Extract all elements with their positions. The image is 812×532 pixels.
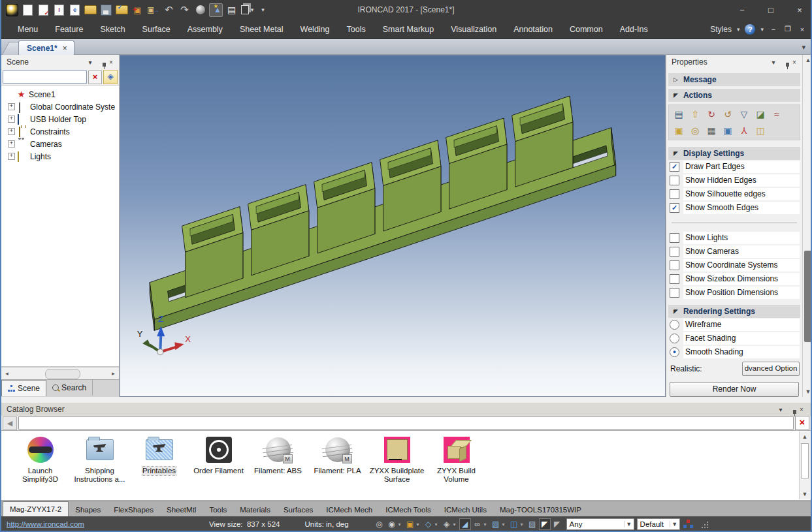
styles-menu[interactable]: Styles xyxy=(710,25,732,34)
tree-item-cameras[interactable]: Cameras xyxy=(1,138,119,150)
tree-item-usb-holder-top[interactable]: USB Holder Top xyxy=(1,113,119,125)
glasses-view-icon[interactable]: ∞ xyxy=(472,518,483,530)
menu-item-common[interactable]: Common xyxy=(561,20,611,39)
scene-hierarchy-icon[interactable] xyxy=(683,520,693,529)
display-settings-header[interactable]: ◤ Display Settings xyxy=(668,147,800,160)
menu-item-welding[interactable]: Welding xyxy=(292,20,338,39)
tree-horizontal-scrollbar[interactable]: ◂ ▸ xyxy=(1,367,119,379)
catalog-tab-icmech-mech[interactable]: ICMech Mech xyxy=(319,503,379,516)
document-tab-scene1[interactable]: Scene1* × xyxy=(18,40,74,55)
scroll-left-icon[interactable]: ◂ xyxy=(1,370,12,377)
catalog-item-shipping-instructions[interactable]: Shipping Instructions a... xyxy=(70,435,129,500)
checkbox[interactable]: ✓ xyxy=(670,203,679,213)
export-scene-icon[interactable]: ✓ xyxy=(37,3,50,17)
checkbox[interactable] xyxy=(670,288,679,298)
triad-axes-icon[interactable]: Y xyxy=(737,123,751,138)
message-section-header[interactable]: ▷ Message xyxy=(668,73,800,86)
render-sphere-icon[interactable] xyxy=(193,3,207,17)
add-part-icon[interactable]: ▣+ xyxy=(131,3,144,17)
measure-table-icon[interactable]: ▦ xyxy=(704,123,719,138)
checkbox[interactable] xyxy=(670,274,679,284)
advanced-options-button[interactable]: dvanced Option xyxy=(742,362,800,376)
rendering-settings-header[interactable]: ◤ Rendering Settings xyxy=(668,305,800,318)
undo-icon[interactable]: ↶ xyxy=(162,3,176,17)
options-list-icon[interactable]: ▤ xyxy=(672,107,686,121)
close-icon[interactable]: × xyxy=(794,5,805,15)
panel-menu-caret-icon[interactable]: ▾ xyxy=(775,406,786,413)
checkbox[interactable] xyxy=(670,260,679,270)
menu-item-annotation[interactable]: Annotation xyxy=(505,20,561,39)
shape-add-icon[interactable]: ▣ xyxy=(404,518,416,530)
zoom-extents-icon[interactable]: ◉ xyxy=(386,518,398,530)
ironcad-link[interactable]: http://www.ironcad.com xyxy=(7,520,209,528)
menu-item-sketch[interactable]: Sketch xyxy=(91,20,133,39)
catalog-item-filament-abs[interactable]: M Filament: ABS xyxy=(248,435,308,500)
copy-assembly-icon[interactable]: ▣ xyxy=(721,123,735,138)
menu-item-surface[interactable]: Surface xyxy=(134,20,179,39)
caret-icon[interactable]: ▾ xyxy=(521,522,526,527)
panel-menu-caret-icon[interactable]: ▾ xyxy=(768,59,779,66)
catalog-item-zyxx-buildplate-surface[interactable]: ZYXX Buildplate Surface xyxy=(367,435,427,500)
actions-section-header[interactable]: ◤ Actions xyxy=(668,89,800,102)
cube-view-icon[interactable]: ▧ xyxy=(490,518,502,530)
usb-holder-model[interactable]: Z Y X xyxy=(120,55,665,396)
doc-minimize-icon[interactable]: − xyxy=(769,25,778,33)
catalog-item-printables[interactable]: Printables xyxy=(129,435,189,500)
open-folder-icon[interactable] xyxy=(84,3,97,17)
help-caret-icon[interactable]: ▾ xyxy=(760,26,764,33)
help-icon[interactable]: ? xyxy=(745,24,755,35)
zoom-window-icon[interactable]: ◎ xyxy=(374,518,385,530)
link-rings-icon[interactable]: ◎ xyxy=(688,123,702,138)
catalog-item-launch-simplify3d[interactable]: Launch Simplify3D xyxy=(10,435,70,500)
expander-icon[interactable] xyxy=(8,103,15,110)
catalog-item-zyyx-build-volume[interactable]: ZYYX Build Volume xyxy=(427,435,486,500)
scroll-up-icon[interactable]: ▲ xyxy=(800,431,810,442)
panel-menu-caret-icon[interactable]: ▾ xyxy=(85,59,95,66)
scroll-up-icon[interactable]: ▲ xyxy=(803,55,812,65)
tab-search[interactable]: Search xyxy=(46,380,93,396)
menu-item-add-ins[interactable]: Add-Ins xyxy=(611,20,657,39)
tree-item-scene1[interactable]: ★ Scene1 xyxy=(1,88,119,101)
select-filter-icon[interactable]: ◈ xyxy=(441,518,453,530)
radio-button[interactable] xyxy=(670,334,679,343)
caret-icon[interactable]: ▾ xyxy=(417,522,422,527)
menu-item-menu[interactable]: Menu xyxy=(9,20,46,39)
insert-render-image-icon[interactable]: ✓ xyxy=(115,3,129,17)
caret-icon[interactable]: ▾ xyxy=(435,522,440,527)
wedge-view-icon[interactable]: ◢ xyxy=(459,518,471,530)
doc-close-icon[interactable]: × xyxy=(798,25,807,33)
scroll-down-icon[interactable]: ▼ xyxy=(800,489,810,499)
panel-close-icon[interactable]: × xyxy=(796,406,807,413)
panel-close-icon[interactable]: × xyxy=(789,59,800,66)
spin-shape-icon[interactable]: ↺ xyxy=(721,107,735,121)
cube-shape-icon[interactable]: ◇ xyxy=(423,518,434,530)
checkbox[interactable]: ✓ xyxy=(670,162,679,172)
copy-link-parts-icon[interactable]: ▣→ xyxy=(146,3,160,17)
cursor-arrow-icon[interactable]: ◤ xyxy=(539,518,551,530)
catalog-tab-icmech-tools[interactable]: ICMech Tools xyxy=(379,503,437,516)
ironcad-logo-icon[interactable] xyxy=(5,3,19,17)
expander-icon[interactable] xyxy=(8,128,15,135)
menu-item-tools[interactable]: Tools xyxy=(338,20,374,39)
catalog-tab-icmech-utils[interactable]: ICMech Utils xyxy=(438,503,493,516)
web-document-icon[interactable]: e xyxy=(68,3,82,17)
redo-icon[interactable]: ↷ xyxy=(178,3,191,17)
scene-options-icon[interactable]: ▤ xyxy=(225,3,238,17)
catalog-tab-surfaces[interactable]: Surfaces xyxy=(277,503,319,516)
catalog-path-input[interactable] xyxy=(18,416,794,430)
selection-filter-dropdown[interactable]: Any ▼ xyxy=(566,518,634,530)
resize-grip[interactable] xyxy=(700,520,708,528)
scroll-thumb[interactable] xyxy=(45,369,81,379)
catalog-tab-shapes[interactable]: Shapes xyxy=(69,503,107,516)
tree-item-constraints[interactable]: Constraints xyxy=(1,125,119,138)
scroll-down-icon[interactable]: ▼ xyxy=(803,386,812,397)
checkbox[interactable] xyxy=(670,176,679,185)
catalog-item-order-filament[interactable]: Order Filament xyxy=(189,435,248,500)
doc-restore-icon[interactable]: ❐ xyxy=(783,25,792,33)
menu-item-feature[interactable]: Feature xyxy=(46,20,91,39)
edit-sketch-icon[interactable]: ◪ xyxy=(753,107,768,121)
back-arrow-icon[interactable]: ◀ xyxy=(3,416,17,430)
config-dropdown[interactable]: Default ▼ xyxy=(637,518,680,530)
tab-list-caret-icon[interactable]: ▾ xyxy=(802,43,805,52)
tree-item-lights[interactable]: Lights xyxy=(1,150,119,163)
